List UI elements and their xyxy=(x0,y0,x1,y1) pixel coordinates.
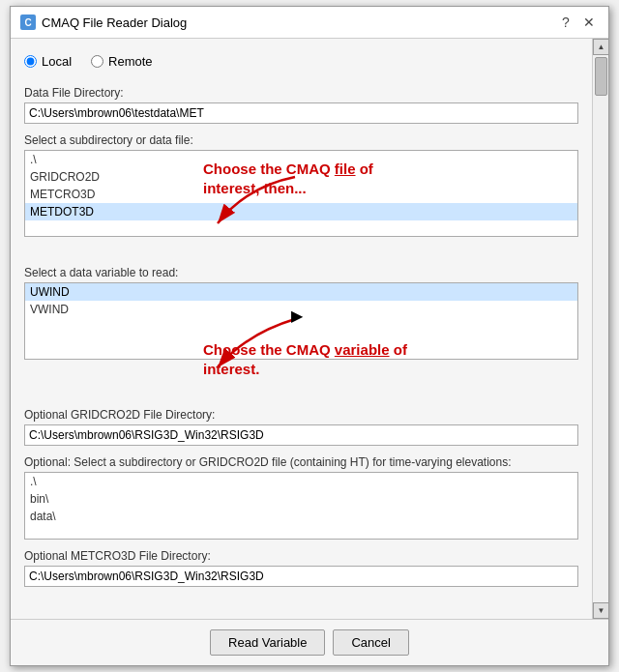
dialog-icon: C xyxy=(20,15,36,30)
list-item-selected[interactable]: METDOT3D xyxy=(25,203,577,220)
help-button[interactable]: ? xyxy=(556,13,575,32)
title-bar: C CMAQ File Reader Dialog ? ✕ xyxy=(11,7,608,39)
list-item[interactable]: bin\ xyxy=(25,490,577,508)
remote-label: Remote xyxy=(108,54,153,69)
dialog-body: Local Remote Data File Directory: Select… xyxy=(11,39,608,619)
list-item[interactable]: GRIDCRO2D xyxy=(25,168,577,186)
list-item-vwind[interactable]: VWIND xyxy=(25,301,577,318)
dialog-title: CMAQ File Reader Dialog xyxy=(42,15,187,30)
subdirectory-group: Select a subdirectory or data file: .\ G… xyxy=(24,133,578,237)
list-item[interactable]: data\ xyxy=(25,508,577,525)
title-controls: ? ✕ xyxy=(556,13,599,32)
remote-radio-option[interactable]: Remote xyxy=(91,54,153,69)
cmaq-dialog: C CMAQ File Reader Dialog ? ✕ Local Remo… xyxy=(10,6,609,666)
local-radio-option[interactable]: Local xyxy=(24,54,72,69)
ht-subdir-label: Optional: Select a subdirectory or GRIDC… xyxy=(24,455,578,469)
gridcro2d-dir-input[interactable] xyxy=(24,424,578,446)
list-item[interactable]: .\ xyxy=(25,473,577,490)
gridcro2d-dir-label: Optional GRIDCRO2D File Directory: xyxy=(24,408,578,422)
scrollbar[interactable]: ▲ ▼ xyxy=(592,39,608,619)
scroll-thumb[interactable] xyxy=(595,57,607,96)
subdirectory-listbox[interactable]: .\ GRIDCRO2D METCRO3D METDOT3D xyxy=(24,150,578,237)
local-radio[interactable] xyxy=(24,55,37,68)
metcro3d-dir-group: Optional METCRO3D File Directory: xyxy=(24,549,578,587)
ht-subdir-listbox[interactable]: .\ bin\ data\ xyxy=(24,472,578,540)
read-variable-button[interactable]: Read Variable xyxy=(210,629,325,656)
close-button[interactable]: ✕ xyxy=(579,13,599,32)
subdirectory-label: Select a subdirectory or data file: xyxy=(24,133,578,147)
metcro3d-dir-label: Optional METCRO3D File Directory: xyxy=(24,549,578,563)
ht-subdir-group: Optional: Select a subdirectory or GRIDC… xyxy=(24,455,578,540)
scroll-up-btn[interactable]: ▲ xyxy=(593,39,609,55)
list-item[interactable]: .\ xyxy=(25,151,577,168)
list-item[interactable]: METCRO3D xyxy=(25,186,577,203)
metcro3d-dir-input[interactable] xyxy=(24,566,578,587)
cancel-button[interactable]: Cancel xyxy=(333,629,408,656)
data-file-dir-group: Data File Directory: xyxy=(24,86,578,124)
scroll-track[interactable] xyxy=(593,55,608,602)
variable-listbox[interactable]: UWIND VWIND xyxy=(24,282,578,360)
list-item-uwind[interactable]: UWIND xyxy=(25,283,577,301)
title-bar-left: C CMAQ File Reader Dialog xyxy=(20,15,187,30)
dialog-content: Local Remote Data File Directory: Select… xyxy=(11,39,592,619)
data-file-dir-input[interactable] xyxy=(24,102,578,124)
gridcro2d-dir-group: Optional GRIDCRO2D File Directory: xyxy=(24,408,578,446)
data-file-dir-label: Data File Directory: xyxy=(24,86,578,100)
variable-label: Select a data variable to read: xyxy=(24,266,578,279)
local-label: Local xyxy=(42,54,72,69)
radio-row: Local Remote xyxy=(24,50,578,73)
variable-group: Select a data variable to read: UWIND VW… xyxy=(24,266,578,360)
footer: Read Variable Cancel xyxy=(11,619,608,665)
scroll-down-btn[interactable]: ▼ xyxy=(593,602,609,619)
remote-radio[interactable] xyxy=(91,55,103,68)
